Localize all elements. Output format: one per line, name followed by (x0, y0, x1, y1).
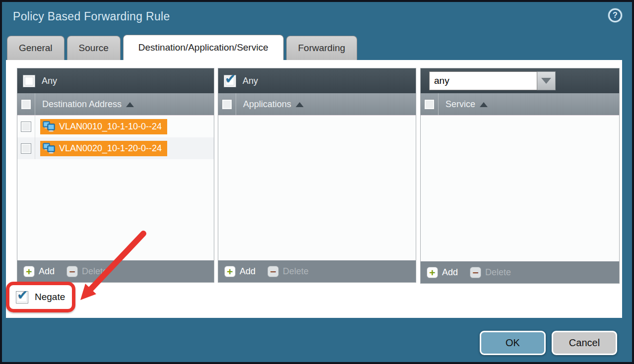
applications-column-label: Applications (243, 99, 291, 110)
applications-footer: + Add − Delete (218, 260, 416, 282)
address-object-icon (43, 143, 56, 154)
sort-asc-icon (296, 102, 304, 107)
address-object-name: VLAN0010_10-1-10-0--24 (59, 121, 162, 132)
check-icon: ✔ (225, 71, 236, 87)
delete-label: Delete (82, 266, 108, 277)
destination-sort-header[interactable]: Destination Address (42, 99, 134, 110)
tab-source[interactable]: Source (67, 36, 121, 60)
policy-based-forwarding-dialog: Policy Based Forwarding Rule ? General S… (0, 0, 634, 364)
tab-bar: General Source Destination/Application/S… (7, 35, 357, 60)
delete-label: Delete (485, 267, 511, 278)
minus-icon: − (69, 266, 75, 277)
service-column-header: Service (421, 93, 619, 116)
destination-panel: ✔ Any Destination Address (17, 68, 214, 283)
delete-button[interactable]: − Delete (267, 266, 309, 277)
destination-column-header: Destination Address (17, 93, 214, 116)
sort-asc-icon (480, 102, 488, 107)
add-label: Add (442, 267, 458, 278)
delete-button[interactable]: − Delete (470, 267, 511, 278)
service-select-all-checkbox[interactable] (424, 99, 435, 110)
applications-any-label: Any (243, 76, 258, 86)
table-row: VLAN0010_10-1-10-0--24 (17, 116, 214, 137)
destination-select-all-checkbox[interactable] (21, 99, 31, 110)
service-dropdown-row: any (421, 68, 619, 93)
tab-destination-application-service[interactable]: Destination/Application/Service (123, 35, 284, 60)
service-dropdown[interactable]: any (429, 71, 556, 90)
address-object-icon (43, 121, 56, 132)
applications-any-checkbox[interactable]: ✔ (224, 75, 236, 87)
minus-icon: − (270, 266, 276, 277)
row-checkbox[interactable] (21, 121, 31, 132)
add-label: Add (240, 266, 255, 277)
ok-button[interactable]: OK (480, 331, 546, 355)
applications-list (218, 116, 416, 260)
tab-general[interactable]: General (7, 36, 64, 60)
add-label: Add (39, 266, 55, 277)
service-dropdown-button[interactable] (537, 71, 556, 90)
add-button[interactable]: + Add (23, 266, 55, 277)
row-checkbox[interactable] (21, 143, 31, 154)
sort-asc-icon (126, 102, 134, 107)
check-icon: ✔ (17, 287, 28, 303)
add-button[interactable]: + Add (224, 266, 255, 277)
table-row: VLAN0020_10-1-20-0--24 (17, 137, 214, 159)
destination-list: VLAN0010_10-1-10-0--24 (17, 116, 214, 260)
plus-icon: + (26, 266, 32, 277)
destination-any-checkbox[interactable]: ✔ (23, 75, 35, 87)
dialog-title: Policy Based Forwarding Rule (13, 10, 170, 23)
service-sort-header[interactable]: Service (445, 99, 488, 110)
service-footer: + Add − Delete (421, 261, 619, 283)
negate-annotation-highlight: ✔ Negate (6, 282, 75, 312)
service-list (421, 116, 619, 261)
applications-sort-header[interactable]: Applications (243, 99, 304, 110)
applications-panel: ✔ Any Applications + Add − Delete (218, 68, 416, 283)
cancel-button[interactable]: Cancel (552, 331, 617, 355)
plus-icon: + (429, 267, 435, 278)
delete-button[interactable]: − Delete (66, 266, 108, 277)
service-dropdown-value[interactable]: any (429, 71, 537, 90)
negate-checkbox[interactable]: ✔ (16, 291, 28, 303)
address-object-chip[interactable]: VLAN0020_10-1-20-0--24 (40, 141, 167, 156)
help-icon[interactable]: ? (608, 8, 622, 22)
destination-any-label: Any (42, 76, 57, 86)
tab-forwarding[interactable]: Forwarding (286, 36, 357, 60)
service-column-label: Service (445, 99, 475, 110)
add-button[interactable]: + Add (427, 267, 458, 278)
destination-footer: + Add − Delete (17, 260, 214, 282)
service-panel: any Service + Add − Delete (420, 68, 620, 284)
address-object-chip[interactable]: VLAN0010_10-1-10-0--24 (40, 119, 167, 134)
destination-any-row: ✔ Any (17, 68, 214, 93)
address-object-name: VLAN0020_10-1-20-0--24 (59, 143, 162, 154)
applications-select-all-checkbox[interactable] (222, 99, 232, 110)
chevron-down-icon (541, 78, 551, 84)
delete-label: Delete (283, 266, 309, 277)
applications-any-row: ✔ Any (218, 68, 416, 93)
negate-label: Negate (35, 292, 65, 303)
destination-column-label: Destination Address (42, 99, 122, 110)
minus-icon: − (472, 267, 478, 278)
applications-column-header: Applications (218, 93, 416, 116)
tab-content: ✔ Any Destination Address (6, 60, 622, 318)
plus-icon: + (227, 266, 233, 277)
